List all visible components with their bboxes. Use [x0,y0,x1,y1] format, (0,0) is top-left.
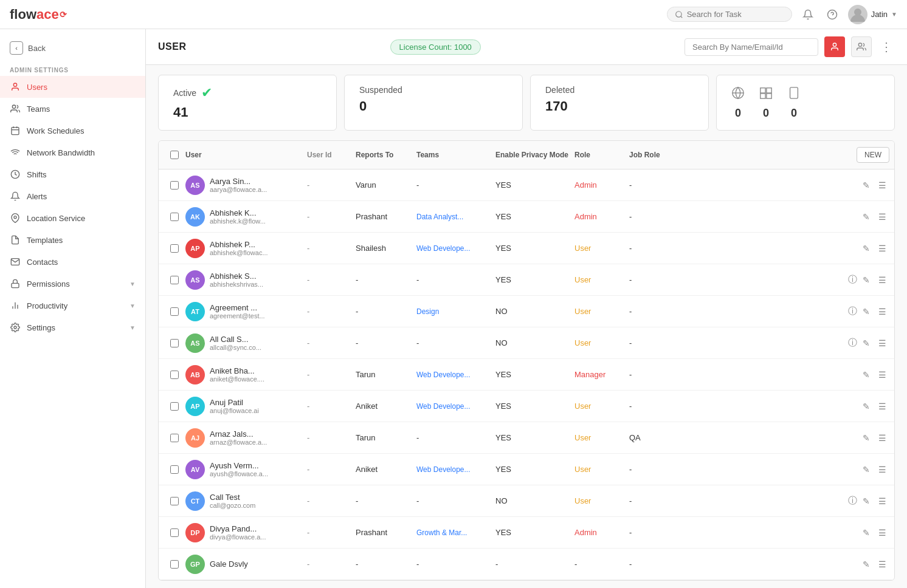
task-search-input[interactable] [687,10,784,19]
row-checkbox[interactable] [164,181,185,190]
row-checkbox[interactable] [164,339,185,347]
sidebar-item-permissions[interactable]: Permissions ▼ [0,273,145,295]
row-checkbox[interactable] [164,465,185,474]
row-select-checkbox[interactable] [170,244,179,253]
teams-link[interactable]: Web Develope... [416,244,471,253]
sidebar-item-shifts[interactable]: Shifts [0,163,145,185]
reports-to-cell: Prashant [356,212,416,221]
info-icon[interactable]: ⓘ [848,495,857,507]
user-full-name: Call Test [210,493,255,502]
edit-icon[interactable]: ✎ [860,242,873,255]
suspended-stat-card[interactable]: Suspended 0 [344,75,523,131]
menu-icon[interactable]: ☰ [875,179,889,192]
edit-icon[interactable]: ✎ [860,400,873,413]
sidebar-item-productivity[interactable]: Productivity ▼ [0,295,145,316]
table-row: AP Abhishek P... abhishek@flowac... - Sh… [159,233,894,264]
teams-link[interactable]: Web Develope... [416,402,471,411]
edit-icon[interactable]: ✎ [860,368,873,381]
row-actions: ✎ ☰ [684,526,889,539]
privacy-cell: YES [495,370,574,379]
sidebar-item-contacts[interactable]: Contacts [0,251,145,273]
menu-icon[interactable]: ☰ [875,494,889,508]
col-header-jobrole: Job Role [629,151,684,159]
teams-link[interactable]: Web Develope... [416,465,471,474]
row-checkbox[interactable] [164,402,185,411]
row-select-checkbox[interactable] [170,307,179,316]
edit-icon[interactable]: ✎ [860,337,873,350]
row-checkbox[interactable] [164,560,185,569]
more-options-icon[interactable]: ⋮ [878,37,895,56]
help-icon[interactable] [824,6,841,23]
row-select-checkbox[interactable] [170,528,179,537]
row-checkbox[interactable] [164,371,185,379]
row-select-checkbox[interactable] [170,276,179,284]
menu-icon[interactable]: ☰ [875,210,889,224]
teams-link[interactable]: Web Develope... [416,371,471,379]
menu-icon[interactable]: ☰ [875,558,889,571]
menu-icon[interactable]: ☰ [875,431,889,445]
role-cell: User [574,496,629,505]
info-icon[interactable]: ⓘ [848,337,857,349]
row-checkbox[interactable] [164,528,185,537]
active-stat-card[interactable]: Active ✔ 41 [158,75,337,131]
back-button[interactable]: ‹ Back [0,36,145,60]
sidebar: ‹ Back ADMIN SETTINGS Users Teams Work S… [0,29,146,588]
grid-view-button[interactable] [851,36,872,57]
menu-icon[interactable]: ☰ [875,368,889,381]
header-checkbox[interactable] [164,151,185,159]
info-icon[interactable]: ⓘ [848,274,857,285]
menu-icon[interactable]: ☰ [875,400,889,413]
new-user-button[interactable]: NEW [857,147,889,163]
edit-icon[interactable]: ✎ [860,494,873,508]
menu-icon[interactable]: ☰ [875,305,889,318]
sidebar-item-teams[interactable]: Teams [0,98,145,120]
row-select-checkbox[interactable] [170,465,179,474]
edit-icon[interactable]: ✎ [860,431,873,445]
menu-icon[interactable]: ☰ [875,463,889,476]
search-users-input[interactable] [685,38,818,56]
edit-icon[interactable]: ✎ [860,273,873,287]
sidebar-item-location-service[interactable]: Location Service [0,207,145,229]
row-select-checkbox[interactable] [170,339,179,347]
edit-icon[interactable]: ✎ [860,463,873,476]
info-icon[interactable]: ⓘ [848,306,857,317]
select-all-checkbox[interactable] [170,151,179,159]
menu-icon[interactable]: ☰ [875,337,889,350]
sidebar-item-users[interactable]: Users [0,76,145,98]
deleted-stat-card[interactable]: Deleted 170 [530,75,709,131]
user-profile[interactable]: Jatin ▼ [848,5,897,24]
edit-icon[interactable]: ✎ [860,179,873,192]
row-select-checkbox[interactable] [170,497,179,505]
row-select-checkbox[interactable] [170,371,179,379]
row-checkbox[interactable] [164,244,185,253]
edit-icon[interactable]: ✎ [860,526,873,539]
task-search-bar[interactable] [667,7,792,22]
row-checkbox[interactable] [164,307,185,316]
row-checkbox[interactable] [164,213,185,221]
row-checkbox[interactable] [164,276,185,284]
row-checkbox[interactable] [164,497,185,505]
row-select-checkbox[interactable] [170,213,179,221]
row-select-checkbox[interactable] [170,402,179,411]
edit-icon[interactable]: ✎ [860,305,873,318]
notification-icon[interactable] [799,6,816,23]
row-checkbox[interactable] [164,434,185,442]
row-select-checkbox[interactable] [170,434,179,442]
menu-icon[interactable]: ☰ [875,273,889,287]
teams-link[interactable]: Design [416,307,439,316]
user-cell: AT Agreement ... agreement@test... [185,302,307,321]
sidebar-item-settings[interactable]: Settings ▼ [0,316,145,338]
sidebar-item-network-bandwidth[interactable]: Network Bandwidth [0,142,145,163]
teams-link[interactable]: Growth & Mar... [416,528,467,537]
edit-icon[interactable]: ✎ [860,558,873,571]
sidebar-item-templates[interactable]: Templates [0,229,145,251]
menu-icon[interactable]: ☰ [875,242,889,255]
sidebar-item-work-schedules[interactable]: Work Schedules [0,120,145,142]
user-list-view-button[interactable] [824,36,845,57]
row-select-checkbox[interactable] [170,181,179,190]
edit-icon[interactable]: ✎ [860,210,873,224]
sidebar-item-alerts[interactable]: Alerts [0,185,145,207]
teams-link[interactable]: Data Analyst... [416,213,463,221]
menu-icon[interactable]: ☰ [875,526,889,539]
row-select-checkbox[interactable] [170,560,179,569]
